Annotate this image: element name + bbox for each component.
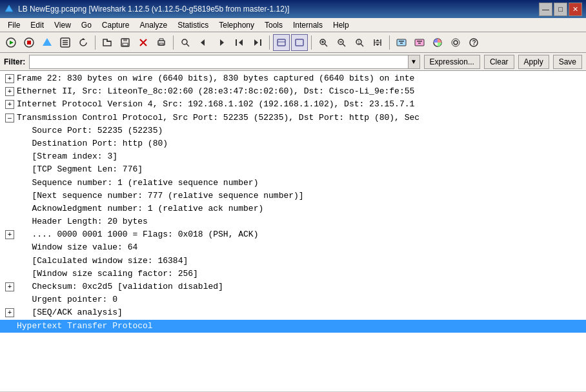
svg-rect-45	[415, 39, 424, 46]
detail-row[interactable]: + [SEQ/ACK analysis]	[0, 306, 586, 319]
menu-tools[interactable]: Tools	[259, 18, 288, 32]
title-bar-left: LB NewEgg.pcapng [Wireshark 1.12.5 (v1.1…	[4, 4, 289, 14]
expand-btn[interactable]: +	[5, 308, 14, 317]
display-filter-btn[interactable]	[411, 34, 428, 51]
maximize-button[interactable]: □	[554, 3, 567, 16]
detail-row-text: .... 0000 0001 1000 = Flags: 0x018 (PSH,…	[17, 230, 258, 239]
detail-row-text: Urgent pointer: 0	[17, 295, 117, 304]
detail-row-text: Ethernet II, Src: LiteonTe_8c:02:60 (28:…	[17, 86, 414, 96]
go-back-btn[interactable]	[195, 34, 212, 51]
svg-marker-18	[201, 39, 205, 46]
expand-btn[interactable]: –	[5, 113, 14, 122]
detail-row[interactable]: +Frame 22: 830 bytes on wire (6640 bits)…	[0, 72, 586, 85]
menu-analyze[interactable]: Analyze	[135, 18, 173, 32]
apply-button[interactable]: Apply	[518, 55, 549, 69]
detail-row[interactable]: Sequence number: 1 (relative sequence nu…	[0, 177, 586, 190]
zoom-out-btn[interactable]	[333, 34, 350, 51]
menu-go[interactable]: Go	[76, 18, 97, 32]
svg-marker-2	[10, 41, 14, 44]
detail-row-text: Sequence number: 1 (relative sequence nu…	[17, 178, 258, 188]
expression-button[interactable]: Expression...	[424, 55, 480, 69]
menu-help[interactable]: Help	[328, 18, 354, 32]
colorize-pkt-btn[interactable]	[273, 34, 290, 51]
close-button[interactable]: ✕	[569, 3, 582, 16]
clear-button[interactable]: Clear	[484, 55, 514, 69]
menu-telephony[interactable]: Telephony	[214, 18, 259, 32]
svg-rect-24	[278, 39, 285, 46]
open-file-btn[interactable]	[99, 34, 116, 51]
svg-marker-10	[81, 38, 85, 40]
detail-row[interactable]: [Stream index: 3]	[0, 150, 586, 163]
stop-capture-btn[interactable]	[21, 34, 37, 51]
detail-row-text: [SEQ/ACK analysis]	[17, 308, 123, 317]
detail-row[interactable]: [TCP Segment Len: 776]	[0, 163, 586, 176]
detail-row-text: [Next sequence number: 777 (relative seq…	[17, 191, 304, 201]
svg-rect-26	[296, 39, 303, 46]
go-forward-btn[interactable]	[213, 34, 230, 51]
menu-capture[interactable]: Capture	[97, 18, 135, 32]
print-btn[interactable]	[153, 34, 170, 51]
svg-point-49	[454, 41, 458, 44]
menu-edit[interactable]: Edit	[25, 18, 49, 32]
help-btn[interactable]: ?	[465, 34, 482, 51]
expand-btn[interactable]: +	[5, 87, 14, 96]
options-btn[interactable]	[57, 34, 74, 51]
zoom-in-btn[interactable]	[315, 34, 332, 51]
detail-row[interactable]: Hypertext Transfer Protocol	[0, 320, 586, 333]
menu-internals[interactable]: Internals	[288, 18, 328, 32]
svg-line-33	[343, 44, 345, 46]
menu-bar: File Edit View Go Capture Analyze Statis…	[0, 18, 586, 32]
detail-row[interactable]: + Checksum: 0xc2d5 [validation disabled]	[0, 280, 586, 293]
detail-row[interactable]: [Calculated window size: 16384]	[0, 255, 586, 268]
svg-line-30	[325, 44, 327, 46]
detail-row[interactable]: + .... 0000 0001 1000 = Flags: 0x018 (PS…	[0, 228, 586, 241]
expand-btn[interactable]: +	[5, 230, 14, 239]
go-last-btn[interactable]	[249, 34, 266, 51]
svg-point-16	[182, 39, 187, 44]
prefs-btn[interactable]	[447, 34, 464, 51]
title-bar: LB NewEgg.pcapng [Wireshark 1.12.5 (v1.1…	[0, 0, 586, 18]
colorize-autoscroll-btn[interactable]	[291, 34, 308, 51]
detail-row-text: Destination Port: http (80)	[17, 139, 168, 148]
save-button[interactable]: Save	[553, 55, 582, 69]
start-capture-btn[interactable]	[3, 34, 19, 51]
expand-btn[interactable]: +	[5, 282, 14, 291]
go-first-btn[interactable]	[231, 34, 248, 51]
packet-detail[interactable]: +Frame 22: 830 bytes on wire (6640 bits)…	[0, 71, 586, 392]
refresh-btn[interactable]	[75, 34, 92, 51]
svg-marker-21	[239, 39, 243, 46]
separator-5	[389, 35, 390, 50]
menu-statistics[interactable]: Statistics	[172, 18, 214, 32]
detail-row[interactable]: –Transmission Control Protocol, Src Port…	[0, 112, 586, 124]
detail-row[interactable]: Urgent pointer: 0	[0, 293, 586, 306]
detail-row-text: Acknowledgment number: 1 (relative ack n…	[17, 204, 263, 213]
separator-1	[95, 35, 96, 50]
detail-row[interactable]: [Window size scaling factor: 256]	[0, 268, 586, 280]
detail-row-text: Header Length: 20 bytes	[17, 217, 148, 226]
detail-row[interactable]: Window size value: 64	[0, 241, 586, 254]
menu-view[interactable]: View	[49, 18, 76, 32]
detail-row[interactable]: Acknowledgment number: 1 (relative ack n…	[0, 202, 586, 215]
colorize-btn[interactable]	[429, 34, 446, 51]
detail-row[interactable]: Header Length: 20 bytes	[0, 215, 586, 228]
detail-row[interactable]: +Ethernet II, Src: LiteonTe_8c:02:60 (28…	[0, 85, 586, 98]
expand-btn[interactable]: +	[5, 74, 14, 83]
save-file-btn[interactable]	[117, 34, 134, 51]
detail-row[interactable]: [Next sequence number: 777 (relative seq…	[0, 190, 586, 202]
capture-filter-btn[interactable]	[393, 34, 410, 51]
filter-dropdown-btn[interactable]: ▼	[409, 55, 420, 69]
zoom-normal-btn[interactable]: 1	[351, 34, 368, 51]
menu-file[interactable]: File	[3, 18, 25, 32]
find-packet-btn[interactable]	[177, 34, 194, 51]
detail-row[interactable]: +Internet Protocol Version 4, Src: 192.1…	[0, 98, 586, 111]
detail-row[interactable]: Source Port: 52235 (52235)	[0, 124, 586, 137]
filter-input[interactable]	[29, 55, 408, 69]
detail-row[interactable]: Destination Port: http (80)	[0, 137, 586, 150]
filter-bar: Filter: ▼ Expression... Clear Apply Save	[0, 53, 586, 71]
resize-columns-btn[interactable]	[369, 34, 386, 51]
expand-btn[interactable]: +	[5, 100, 14, 109]
svg-marker-19	[220, 39, 224, 46]
close-file-btn[interactable]	[135, 34, 152, 51]
minimize-button[interactable]: —	[539, 3, 552, 16]
wireshark-icon	[39, 34, 56, 51]
